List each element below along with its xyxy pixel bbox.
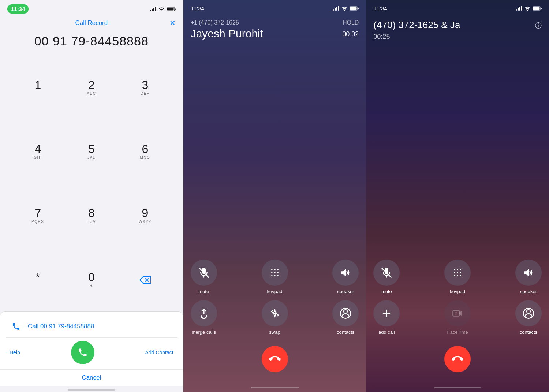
call-btn-row-2-2: merge calls swap: [191, 300, 359, 335]
mute-button-3[interactable]: mute: [373, 260, 400, 294]
key-2[interactable]: 2 ABC: [65, 56, 119, 120]
svg-marker-33: [524, 269, 529, 276]
svg-point-26: [460, 269, 462, 270]
key-0[interactable]: 0 +: [65, 248, 119, 312]
keypad-circle-2: [262, 260, 288, 286]
call-status-icons-3: [516, 6, 542, 11]
merge-calls-button[interactable]: merge calls: [191, 300, 217, 335]
battery-icon: [167, 7, 176, 11]
add-contact-button[interactable]: Add Contact: [145, 350, 173, 355]
dialer-bottom: Call 00 91 79-84458888 Help Add Contact: [0, 312, 183, 369]
key-8[interactable]: 8 TUV: [65, 184, 119, 248]
call-buttons-2: mute keypad: [183, 260, 366, 341]
facetime-circle: ?: [444, 300, 471, 326]
dialer-title: Call Record: [75, 19, 108, 27]
svg-point-10: [277, 269, 279, 270]
contacts-label-2: contacts: [337, 329, 354, 335]
dialer-close-button[interactable]: ✕: [169, 19, 176, 27]
speaker-button-2[interactable]: speaker: [332, 260, 359, 294]
call-suggestion-text[interactable]: Call 00 91 79-84458888: [28, 323, 94, 330]
end-call-button-3[interactable]: [444, 346, 471, 372]
help-button[interactable]: Help: [10, 350, 20, 355]
call-buttons-3: mute keypad: [366, 260, 549, 341]
contacts-button-2[interactable]: contacts: [332, 300, 359, 335]
dialer-time: 11:34: [7, 4, 29, 14]
add-call-button[interactable]: add call: [373, 300, 400, 335]
keypad-button-2[interactable]: keypad: [262, 260, 288, 294]
phone-icon: [10, 320, 23, 333]
key-4[interactable]: 4 GHI: [11, 120, 65, 184]
key-1[interactable]: 1: [11, 56, 65, 120]
mute-circle-3: [373, 260, 400, 286]
speaker-circle-3: [515, 260, 542, 286]
call-suggestion[interactable]: Call 00 91 79-84458888: [6, 316, 177, 338]
speaker-button-3[interactable]: speaker: [515, 260, 542, 294]
merge-calls-label: merge calls: [191, 329, 216, 335]
contacts-circle-3: [515, 300, 542, 326]
contacts-button-3[interactable]: contacts: [515, 300, 542, 335]
call-hold-label: HOLD: [343, 19, 359, 26]
svg-point-8: [271, 269, 273, 270]
key-3[interactable]: 3 DEF: [118, 56, 172, 120]
key-5[interactable]: 5 JKL: [65, 120, 119, 184]
call-button[interactable]: [71, 341, 94, 364]
battery-icon-2: [350, 6, 359, 11]
key-9[interactable]: 9 WXYZ: [118, 184, 172, 248]
mute-label-3: mute: [381, 289, 392, 294]
home-indicator-3: [434, 387, 481, 388]
key-7[interactable]: 7 PQRS: [11, 184, 65, 248]
svg-point-29: [460, 272, 462, 273]
merge-calls-circle: [191, 300, 217, 326]
signal-icon-2: [333, 6, 339, 11]
key-6[interactable]: 6 MNO: [118, 120, 172, 184]
keypad-label-3: keypad: [450, 289, 465, 294]
svg-point-12: [274, 272, 276, 273]
svg-point-9: [274, 269, 276, 270]
facetime-button: ? FaceTime: [444, 300, 471, 335]
end-call-button-2[interactable]: [262, 346, 288, 372]
facetime-label: FaceTime: [447, 329, 468, 335]
key-star[interactable]: *: [11, 248, 65, 312]
svg-point-24: [454, 269, 455, 270]
wifi-icon: [158, 7, 164, 11]
backspace-button[interactable]: [118, 248, 172, 312]
signal-icon-3: [516, 6, 522, 11]
call-status-icons-2: [333, 6, 359, 11]
swap-circle: [262, 300, 288, 326]
dialer-status-bar: 11:34: [0, 0, 183, 16]
svg-text:?: ?: [455, 311, 457, 316]
keypad-button-3[interactable]: keypad: [444, 260, 471, 294]
svg-point-18: [344, 310, 347, 313]
call-name-3: (470) 372-1625 & Ja: [373, 19, 460, 31]
add-call-label: add call: [378, 329, 395, 335]
call-status-bar-3: 11:34: [366, 0, 549, 14]
svg-point-15: [274, 275, 276, 276]
call-screen-3: 11:34 (470) 372-1625 & Ja ⓘ: [366, 0, 549, 392]
call-name-2: Jayesh Purohit: [191, 27, 263, 40]
call-btn-row-2-3: add call ? FaceTime: [373, 300, 542, 335]
swap-label: swap: [269, 329, 280, 335]
speaker-label-2: speaker: [337, 289, 354, 294]
home-indicator: [68, 389, 115, 391]
swap-button[interactable]: swap: [262, 300, 288, 335]
svg-rect-21: [533, 7, 540, 10]
cancel-button[interactable]: Cancel: [82, 374, 101, 381]
speaker-label-3: speaker: [520, 289, 537, 294]
call-number-2: +1 (470) 372-1625: [191, 19, 239, 26]
svg-point-30: [454, 275, 455, 276]
call-btn-row-1-2: mute keypad: [191, 260, 359, 294]
dialer-screen: 11:34 Call Record ✕ 00 91 79-84458888: [0, 0, 183, 392]
keypad-label-2: keypad: [267, 289, 283, 294]
battery-icon-3: [533, 6, 542, 11]
contacts-label-3: contacts: [520, 329, 537, 335]
keypad-circle-3: [444, 260, 471, 286]
call-screen-2: 11:34 +1 (470) 372-1625 HOLD Jaye: [183, 0, 366, 392]
contacts-circle-2: [332, 300, 359, 326]
call-number-row-2: +1 (470) 372-1625 HOLD: [191, 19, 359, 26]
svg-point-32: [460, 275, 462, 276]
dialer-cancel-bar: Cancel: [0, 369, 183, 386]
mute-button-2[interactable]: mute: [191, 260, 217, 294]
svg-marker-17: [341, 269, 346, 276]
backspace-icon: [139, 276, 151, 284]
info-icon[interactable]: ⓘ: [535, 21, 542, 30]
